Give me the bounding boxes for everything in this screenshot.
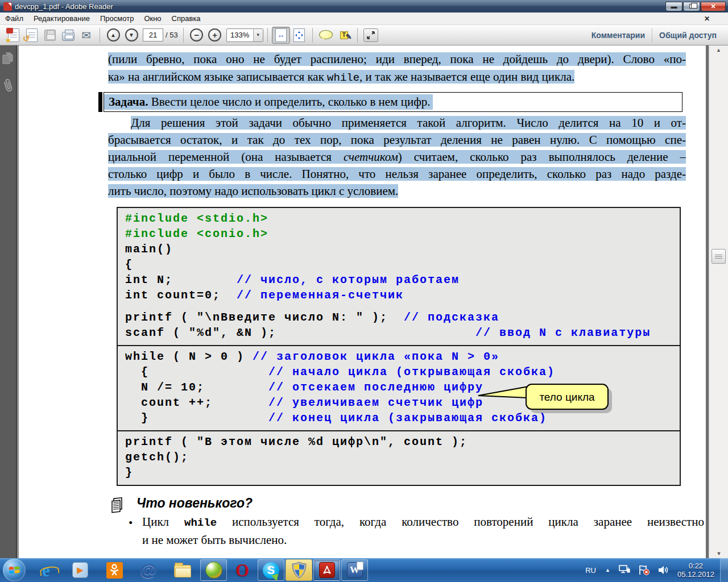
bullet-text: и не может быть вычислено. (142, 533, 287, 547)
titlebar: devcpp_1.pdf - Adobe Reader ▬ ✕ (0, 0, 728, 13)
code-line: { (125, 257, 676, 272)
page-number-input[interactable] (143, 28, 163, 41)
bullet-text: Цикл while используется тогда, когда кол… (142, 515, 704, 533)
taskbar-item-adobe-reader[interactable] (313, 559, 340, 581)
skype-icon: S (263, 562, 279, 579)
start-button[interactable] (3, 559, 26, 581)
code-line: #include <conio.h> (125, 226, 676, 242)
network-icon[interactable] (615, 564, 634, 576)
page-thumbnails-icon[interactable] (2, 52, 14, 67)
word-icon: W (347, 562, 363, 578)
comments-panel-button[interactable]: Комментарии (585, 28, 652, 42)
create-pdf-button[interactable]: ★ (5, 27, 23, 44)
restore-icon (689, 4, 694, 9)
save-icon (44, 30, 56, 41)
scrollbar-thumb[interactable] (712, 249, 726, 264)
export-pdf-icon: ↺ (26, 28, 38, 42)
fit-width-button[interactable]: ↔ (272, 27, 290, 44)
adobe-reader-app-icon (3, 2, 12, 11)
sign-icon: T✎ (340, 31, 348, 39)
volume-icon[interactable] (653, 564, 673, 576)
arrow-up-icon: ▲ (107, 28, 120, 41)
opera-icon: O (235, 562, 249, 579)
code-line: int N; // число, с которым работаем (125, 272, 676, 288)
zoom-level-value: 133% (227, 31, 253, 39)
taskbar-item-opera[interactable]: O (228, 559, 257, 581)
fullscreen-icon (363, 28, 378, 42)
fullscreen-button[interactable] (362, 27, 380, 44)
code-line: #include <stdio.h> (125, 211, 676, 226)
shield-icon (292, 562, 307, 579)
email-button[interactable]: ✉ (77, 27, 96, 44)
taskbar-clock[interactable]: 0:22 05.12.2012 (673, 562, 720, 579)
language-indicator[interactable]: RU (581, 564, 601, 577)
taskbar-item-word[interactable]: W (341, 559, 368, 581)
toolbar-separator (267, 28, 268, 43)
share-panel-button[interactable]: Общий доступ (652, 28, 723, 42)
menu-help[interactable]: Справка (167, 13, 206, 24)
print-button[interactable] (59, 27, 77, 44)
sign-button[interactable]: T✎ (335, 27, 353, 44)
window-title: devcpp_1.pdf - Adobe Reader (15, 2, 113, 11)
paragraph-text: брасывается остаток, и так до тех пор, п… (108, 133, 686, 150)
attachments-paperclip-icon[interactable] (2, 78, 14, 95)
scroll-up-icon[interactable]: ▲ (709, 45, 728, 55)
taskbar-item-skype[interactable]: S (258, 559, 284, 581)
hidden-icons-chevron[interactable]: ▲ (601, 567, 615, 573)
minus-icon: − (190, 28, 203, 41)
code-line: int count=0; // переменная-счетчик (125, 288, 676, 303)
next-page-button[interactable]: ▼ (122, 27, 140, 44)
inline-code-while: while (184, 517, 217, 529)
taskbar-item-mailru[interactable]: @ (131, 559, 166, 581)
zoom-out-button[interactable]: − (188, 27, 206, 44)
code-section-output: printf ( "В этом числе %d цифр\n", count… (118, 430, 680, 485)
taskbar-item-internet-explorer[interactable]: e (29, 559, 63, 581)
vertical-scrollbar[interactable]: ▲ ▼ (709, 45, 728, 558)
menubar: Файл Редактирование Просмотр Окно Справк… (0, 13, 728, 25)
task-label: Задача. (109, 95, 148, 109)
minimize-button[interactable]: ▬ (665, 2, 682, 11)
scroll-down-icon[interactable]: ▼ (709, 549, 728, 558)
paragraph-text: (пили бревно, пока оно не будет распилен… (108, 52, 686, 69)
close-button[interactable]: ✕ (701, 2, 726, 11)
paragraph-text: Для решения этой задачи обычно применяет… (108, 116, 686, 133)
zoom-in-button[interactable]: + (206, 27, 224, 44)
create-pdf-icon: ★ (8, 28, 19, 42)
previous-page-button[interactable]: ▲ (104, 27, 122, 44)
save-button[interactable] (41, 27, 59, 44)
menu-file[interactable]: Файл (0, 13, 28, 24)
taskbar-item-zona[interactable] (200, 559, 227, 581)
export-pdf-button[interactable]: ↺ (23, 27, 41, 44)
code-line: scanf ( "%d", &N ); // ввод N с клавиату… (125, 325, 676, 340)
page-total-label: / 53 (166, 31, 178, 39)
taskbar-item-security[interactable] (286, 559, 312, 581)
odnoklassniki-icon (106, 562, 123, 579)
toolbar-separator (100, 28, 100, 43)
restore-button[interactable] (683, 2, 700, 11)
zoom-level-select[interactable]: 133% ▼ (226, 28, 263, 42)
fit-page-button[interactable] (290, 27, 308, 44)
media-player-icon: ▶ (72, 562, 88, 578)
code-listing: #include <stdio.h>#include <conio.h>main… (117, 207, 681, 486)
plus-icon: + (208, 28, 221, 41)
code-line: while ( N > 0 ) // заголовок цикла «пока… (125, 349, 676, 364)
menu-window[interactable]: Окно (139, 13, 166, 24)
print-icon (62, 32, 75, 41)
taskbar-item-odnoklassniki[interactable] (97, 559, 131, 581)
menubar-close-icon[interactable]: ✕ (704, 15, 710, 23)
navigation-pane (0, 45, 17, 558)
menu-view[interactable]: Просмотр (95, 13, 139, 24)
taskbar-item-explorer[interactable] (166, 559, 200, 581)
fit-page-icon (293, 28, 305, 42)
toolbar-separator (357, 28, 358, 43)
windows-taskbar: e ▶ @ O S W RU ▲ (0, 558, 728, 582)
menu-edit[interactable]: Редактирование (28, 13, 95, 24)
chevron-down-icon: ▼ (253, 29, 263, 41)
code-line: printf ( "В этом числе %d цифр\n", count… (125, 434, 676, 450)
show-desktop-button[interactable] (720, 558, 728, 582)
action-center-flag-icon[interactable] (634, 564, 653, 576)
section-heading: Что новенького? (136, 496, 253, 511)
taskbar-item-media-player[interactable]: ▶ (63, 559, 97, 581)
comment-button[interactable] (317, 27, 335, 44)
paragraph-text: ка» на английском языке записывается как… (108, 70, 686, 84)
